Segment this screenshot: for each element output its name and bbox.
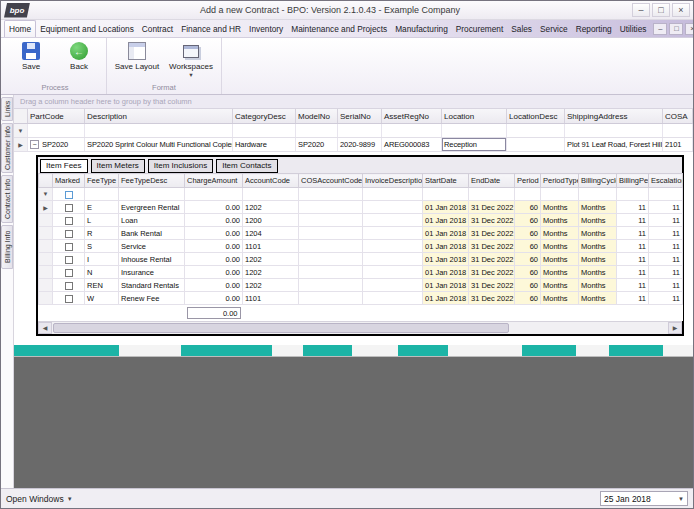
cell-categorydesc[interactable]: Hardware bbox=[233, 138, 296, 151]
date-picker[interactable]: 25 Jan 2018 ▼ bbox=[600, 491, 688, 506]
cell-charge[interactable]: 0.00 bbox=[185, 201, 243, 214]
cell-fee_type[interactable]: N bbox=[85, 266, 119, 279]
filter-cell-8[interactable] bbox=[507, 124, 565, 137]
cell-period_type[interactable]: Months bbox=[541, 201, 579, 214]
column-header-partcode[interactable]: PartCode bbox=[28, 109, 85, 123]
column-header-description[interactable]: Description bbox=[85, 109, 233, 123]
marked-checkbox[interactable] bbox=[65, 230, 73, 238]
cell-billing_cycle[interactable]: Months bbox=[579, 253, 617, 266]
filter-cell-billing_cycle[interactable] bbox=[579, 188, 617, 201]
cell-billing_cycle[interactable]: Months bbox=[579, 266, 617, 279]
filter-cell-billing_period[interactable] bbox=[617, 188, 649, 201]
minimize-button[interactable]: – bbox=[632, 3, 650, 17]
detail-column-header-accountcode[interactable]: AccountCode bbox=[243, 174, 299, 188]
cell-billing_period[interactable]: 11 bbox=[617, 279, 649, 292]
ribbon-tab-home[interactable]: Home bbox=[4, 20, 36, 37]
cell-billing_cycle[interactable]: Months bbox=[579, 279, 617, 292]
cell-billing_cycle[interactable]: Months bbox=[579, 292, 617, 305]
marked-checkbox[interactable] bbox=[65, 243, 73, 251]
cell-marked[interactable] bbox=[53, 201, 85, 214]
select-all-checkbox[interactable] bbox=[65, 191, 73, 199]
cell-invoice_desc[interactable] bbox=[363, 279, 423, 292]
cell-fee_type[interactable]: L bbox=[85, 214, 119, 227]
detail-column-header-startdate[interactable]: StartDate bbox=[423, 174, 469, 188]
cell-assetregno[interactable]: AREG000083 bbox=[382, 138, 442, 151]
column-header-modelno[interactable]: ModelNo bbox=[296, 109, 338, 123]
scroll-right-arrow-icon[interactable]: ▶ bbox=[668, 322, 682, 334]
cell-start[interactable]: 01 Jan 2018 bbox=[423, 240, 469, 253]
detail-tab-item-contacts[interactable]: Item Contacts bbox=[216, 159, 277, 173]
cell-period_type[interactable]: Months bbox=[541, 214, 579, 227]
cell-marked[interactable] bbox=[53, 227, 85, 240]
cell-escalation[interactable]: 11 bbox=[649, 279, 683, 292]
ribbon-tab-service[interactable]: Service bbox=[536, 20, 572, 37]
column-header-serialno[interactable]: SerialNo bbox=[338, 109, 382, 123]
cell-fee_type[interactable]: W bbox=[85, 292, 119, 305]
marked-checkbox[interactable] bbox=[65, 204, 73, 212]
cell-charge[interactable]: 0.00 bbox=[185, 214, 243, 227]
filter-row-indicator[interactable]: ▼ bbox=[14, 124, 28, 137]
cell-end[interactable]: 31 Dec 2022 bbox=[469, 279, 515, 292]
detail-column-header-billingperiod[interactable]: BillingPeriod bbox=[617, 174, 649, 188]
cell-marked[interactable] bbox=[53, 253, 85, 266]
detail-column-header-enddate[interactable]: EndDate bbox=[469, 174, 515, 188]
cell-cos_account[interactable] bbox=[299, 201, 363, 214]
cell-period_type[interactable]: Months bbox=[541, 279, 579, 292]
detail-tab-item-inclusions[interactable]: Item Inclusions bbox=[148, 159, 213, 173]
cell-billing_period[interactable]: 11 bbox=[617, 227, 649, 240]
detail-column-header-chargeamount[interactable]: ChargeAmount bbox=[185, 174, 243, 188]
cell-charge[interactable]: 0.00 bbox=[185, 266, 243, 279]
close-button[interactable]: × bbox=[672, 3, 690, 17]
cell-desc[interactable]: Loan bbox=[119, 214, 185, 227]
filter-cell-start[interactable] bbox=[423, 188, 469, 201]
cell-billing_cycle[interactable]: Months bbox=[579, 201, 617, 214]
scrollbar-thumb[interactable] bbox=[53, 323, 509, 333]
cell-desc[interactable]: Evergreen Rental bbox=[119, 201, 185, 214]
cell-period[interactable]: 60 bbox=[515, 227, 541, 240]
cell-billing_period[interactable]: 11 bbox=[617, 292, 649, 305]
cell-cos_account[interactable] bbox=[299, 240, 363, 253]
cell-billing_cycle[interactable]: Months bbox=[579, 227, 617, 240]
cell-charge[interactable]: 0.00 bbox=[185, 227, 243, 240]
cell-escalation[interactable]: 11 bbox=[649, 240, 683, 253]
ribbon-tab-finance-and-hr[interactable]: Finance and HR bbox=[177, 20, 245, 37]
cell-billing_period[interactable]: 11 bbox=[617, 201, 649, 214]
cell-desc[interactable]: Bank Rental bbox=[119, 227, 185, 240]
filter-cell-desc[interactable] bbox=[119, 188, 185, 201]
ribbon-tab-manufacturing[interactable]: Manufacturing bbox=[391, 20, 452, 37]
cell-billing_period[interactable]: 11 bbox=[617, 214, 649, 227]
filter-cell-account[interactable] bbox=[243, 188, 299, 201]
scroll-left-arrow-icon[interactable]: ◀ bbox=[38, 322, 52, 334]
ribbon-tab-inventory[interactable]: Inventory bbox=[245, 20, 287, 37]
filter-cell-9[interactable] bbox=[565, 124, 663, 137]
filter-cell-1[interactable] bbox=[28, 124, 85, 137]
filter-marked-cell[interactable] bbox=[53, 188, 85, 201]
marked-checkbox[interactable] bbox=[65, 295, 73, 303]
cell-charge[interactable]: 0.00 bbox=[185, 253, 243, 266]
cell-end[interactable]: 31 Dec 2022 bbox=[469, 201, 515, 214]
cell-invoice_desc[interactable] bbox=[363, 266, 423, 279]
sidebar-tab-links[interactable]: Links bbox=[1, 97, 13, 121]
cell-period_type[interactable]: Months bbox=[541, 240, 579, 253]
cell-invoice_desc[interactable] bbox=[363, 292, 423, 305]
marked-checkbox[interactable] bbox=[65, 217, 73, 225]
detail-column-header-cosaccountcode[interactable]: COSAccountCode bbox=[299, 174, 363, 188]
save-layout-button[interactable]: Save Layout bbox=[110, 40, 164, 81]
marked-checkbox[interactable] bbox=[65, 282, 73, 290]
ribbon-tab-sales[interactable]: Sales bbox=[507, 20, 536, 37]
filter-cell-escalation[interactable] bbox=[649, 188, 683, 201]
back-button[interactable]: ← Back bbox=[55, 40, 103, 81]
cell-desc[interactable]: Standard Rentals bbox=[119, 279, 185, 292]
maximize-button[interactable]: □ bbox=[652, 3, 670, 17]
cell-marked[interactable] bbox=[53, 292, 85, 305]
cell-description[interactable]: SP2020 Sprint Colour Multi Functional Co… bbox=[85, 138, 233, 151]
cell-period[interactable]: 60 bbox=[515, 214, 541, 227]
filter-cell-cos_account[interactable] bbox=[299, 188, 363, 201]
cell-shippingaddress[interactable]: Plot 91 Leaf Road, Forest Hills, bbox=[565, 138, 663, 151]
cell-start[interactable]: 01 Jan 2018 bbox=[423, 227, 469, 240]
detail-column-header-period[interactable]: Period bbox=[515, 174, 541, 188]
cell-cos_account[interactable] bbox=[299, 253, 363, 266]
cell-fee_type[interactable]: S bbox=[85, 240, 119, 253]
cell-marked[interactable] bbox=[53, 279, 85, 292]
filter-cell-6[interactable] bbox=[382, 124, 442, 137]
